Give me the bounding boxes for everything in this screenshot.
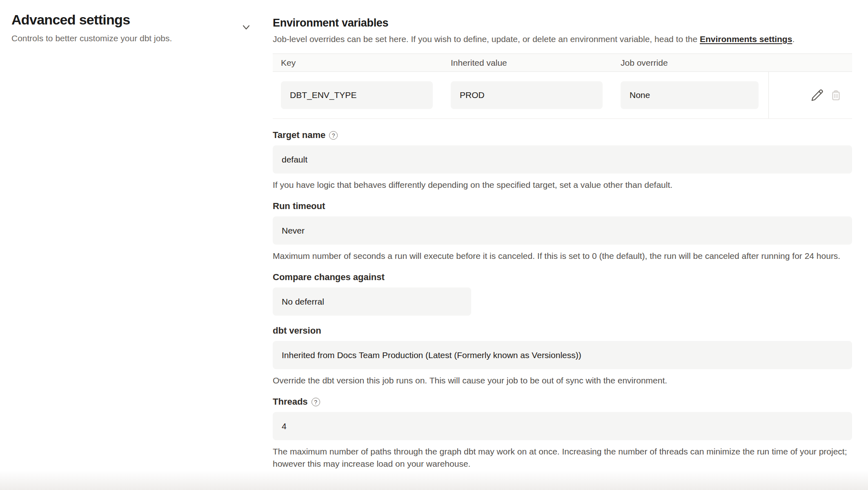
env-vars-description-period: . bbox=[792, 34, 795, 44]
field-compare-changes: Compare changes against No deferral bbox=[273, 272, 852, 316]
page-title: Advanced settings bbox=[11, 11, 232, 28]
compare-changes-select[interactable]: No deferral bbox=[273, 287, 471, 316]
threads-label-row: Threads ? bbox=[273, 396, 320, 407]
field-target-name: Target name ? default If you have logic … bbox=[273, 130, 852, 191]
advanced-settings-panel: Environment variables Job-level override… bbox=[273, 0, 852, 470]
target-name-label-row: Target name ? bbox=[273, 130, 338, 140]
env-var-key-cell: DBT_ENV_TYPE bbox=[281, 81, 433, 109]
page-subtitle: Controls to better customize your dbt jo… bbox=[11, 33, 232, 44]
target-name-input[interactable]: default bbox=[273, 145, 852, 174]
env-var-inherited-value-cell: PROD bbox=[451, 81, 603, 109]
run-timeout-label: Run timeout bbox=[273, 201, 325, 212]
field-threads: Threads ? 4 The maximum number of paths … bbox=[273, 396, 852, 470]
threads-input[interactable]: 4 bbox=[273, 412, 852, 440]
dbt-version-helper: Override the dbt version this job runs o… bbox=[273, 374, 852, 387]
threads-helper: The maximum number of paths through the … bbox=[273, 445, 852, 470]
compare-changes-label-row: Compare changes against bbox=[273, 272, 385, 283]
dbt-version-label-row: dbt version bbox=[273, 325, 321, 336]
target-name-helper: If you have logic that behaves different… bbox=[273, 179, 852, 191]
env-vars-table: Key Inherited value Job override DBT_ENV… bbox=[273, 53, 852, 119]
threads-label: Threads bbox=[273, 396, 308, 407]
column-header-inherited-value: Inherited value bbox=[443, 58, 612, 68]
env-vars-description: Job-level overrides can be set here. If … bbox=[273, 33, 852, 45]
run-timeout-label-row: Run timeout bbox=[273, 201, 325, 212]
question-circle-icon[interactable]: ? bbox=[312, 398, 320, 406]
scroll-fade bbox=[0, 470, 868, 490]
delete-env-var-button[interactable] bbox=[830, 89, 842, 102]
advanced-settings-summary: Advanced settings Controls to better cus… bbox=[11, 11, 232, 44]
trash-icon bbox=[830, 89, 842, 102]
dbt-version-label: dbt version bbox=[273, 325, 321, 336]
edit-env-var-button[interactable] bbox=[810, 89, 824, 102]
field-dbt-version: dbt version Inherited from Docs Team Pro… bbox=[273, 325, 852, 387]
column-header-key: Key bbox=[273, 58, 443, 68]
env-vars-title: Environment variables bbox=[273, 16, 852, 29]
environments-settings-link[interactable]: Environments settings bbox=[700, 34, 792, 44]
collapse-section-button[interactable] bbox=[239, 20, 253, 34]
table-row: DBT_ENV_TYPE PROD None bbox=[273, 72, 852, 119]
env-vars-description-text: Job-level overrides can be set here. If … bbox=[273, 34, 700, 44]
target-name-label: Target name bbox=[273, 130, 325, 140]
question-circle-icon[interactable]: ? bbox=[329, 131, 338, 140]
dbt-version-select[interactable]: Inherited from Docs Team Production (Lat… bbox=[273, 341, 852, 369]
column-header-job-override: Job override bbox=[612, 58, 768, 68]
env-var-job-override-cell: None bbox=[621, 81, 759, 109]
run-timeout-helper: Maximum number of seconds a run will exe… bbox=[273, 250, 852, 262]
pencil-icon bbox=[810, 89, 824, 102]
compare-changes-label: Compare changes against bbox=[273, 272, 385, 283]
run-timeout-input[interactable]: Never bbox=[273, 216, 852, 245]
chevron-down-icon bbox=[240, 21, 252, 33]
env-vars-table-header: Key Inherited value Job override bbox=[273, 54, 852, 72]
field-run-timeout: Run timeout Never Maximum number of seco… bbox=[273, 201, 852, 262]
row-actions bbox=[768, 72, 852, 118]
